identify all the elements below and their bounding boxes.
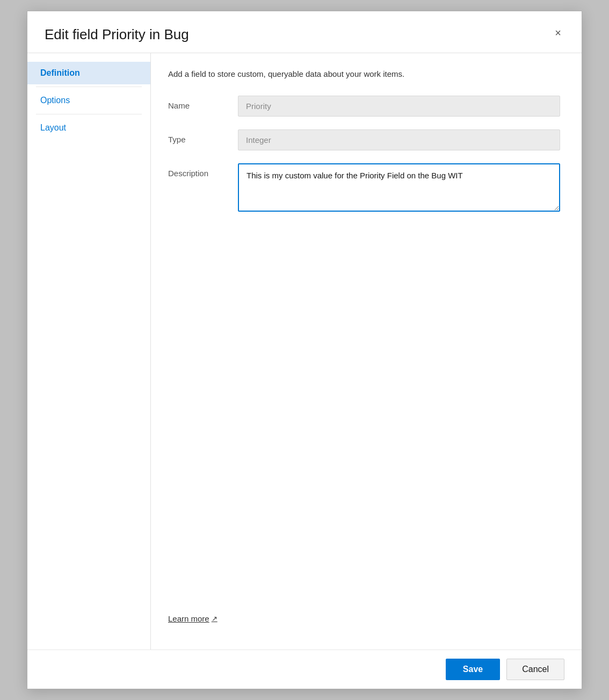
type-field (238, 129, 560, 150)
description-row: Description This is my custom value for … (168, 163, 560, 214)
name-input (238, 96, 560, 117)
dialog-title: Edit field Priority in Bug (45, 26, 189, 43)
sidebar-divider-1 (36, 86, 142, 87)
dialog-body: Definition Options Layout Add a field to… (27, 53, 582, 650)
name-label: Name (168, 96, 238, 110)
external-link-icon: ↗ (212, 615, 218, 623)
cancel-button[interactable]: Cancel (506, 659, 564, 680)
type-row: Type (168, 129, 560, 150)
dialog-footer: Save Cancel (27, 650, 582, 689)
sidebar: Definition Options Layout (27, 53, 151, 650)
save-button[interactable]: Save (446, 659, 500, 680)
sidebar-item-options[interactable]: Options (27, 89, 150, 112)
type-input (238, 129, 560, 150)
learn-more-row: Learn more ↗ (168, 614, 560, 624)
content-description: Add a field to store custom, queryable d… (168, 68, 560, 81)
content-spacer (168, 227, 560, 614)
description-textarea[interactable]: This is my custom value for the Priority… (238, 163, 560, 212)
name-row: Name (168, 96, 560, 117)
sidebar-item-layout[interactable]: Layout (27, 117, 150, 139)
sidebar-item-definition[interactable]: Definition (27, 62, 150, 84)
dialog-header: Edit field Priority in Bug × (27, 11, 582, 53)
content-area: Add a field to store custom, queryable d… (151, 53, 582, 650)
description-label: Description (168, 163, 238, 178)
close-button[interactable]: × (552, 26, 564, 39)
type-label: Type (168, 129, 238, 144)
sidebar-divider-2 (36, 114, 142, 114)
learn-more-link[interactable]: Learn more ↗ (168, 614, 218, 623)
name-field (238, 96, 560, 117)
description-field: This is my custom value for the Priority… (238, 163, 560, 214)
edit-field-dialog: Edit field Priority in Bug × Definition … (27, 11, 582, 689)
